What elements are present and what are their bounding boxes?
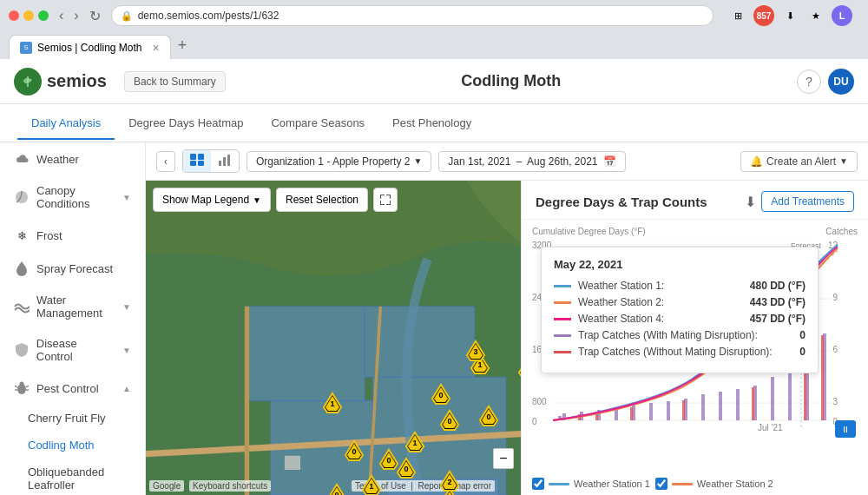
- sidebar-item-pest[interactable]: Pest Control ▲: [0, 372, 145, 405]
- svg-rect-11: [219, 161, 221, 166]
- trap-marker[interactable]: 1: [361, 474, 382, 495]
- svg-rect-10: [198, 161, 204, 166]
- trap-marker[interactable]: 0: [326, 483, 347, 495]
- tab-compare-seasons[interactable]: Compare Seasons: [257, 108, 378, 140]
- sidebar-sub-item-codling[interactable]: Codling Moth: [0, 432, 145, 459]
- tooltip-value-ws1: 480 DD (°F): [750, 280, 806, 292]
- svg-text:0: 0: [404, 465, 408, 473]
- tooltip-row-ws4: Weather Station 4: 457 DD (°F): [554, 313, 806, 325]
- tooltip-label-ws1: Weather Station 1:: [578, 280, 750, 292]
- snowflake-icon: ❄: [14, 228, 30, 243]
- app-container: semios Back to Summary Codling Moth ? DU…: [0, 59, 868, 495]
- svg-text:0: 0: [532, 417, 537, 426]
- minimize-dot[interactable]: [23, 10, 34, 21]
- help-button[interactable]: ?: [797, 69, 821, 94]
- svg-text:3: 3: [832, 397, 838, 406]
- extension-icon-2[interactable]: 857: [753, 5, 774, 26]
- legend-line-ws2: [672, 483, 693, 485]
- droplet-icon: [14, 261, 30, 276]
- sidebar-sub-item-oblique[interactable]: Obliquebanded Leafroller: [0, 459, 145, 495]
- calendar-icon: 📅: [603, 155, 616, 168]
- reset-selection-button[interactable]: Reset Selection: [276, 188, 368, 212]
- create-alert-button[interactable]: 🔔 Create an Alert ▼: [740, 151, 858, 172]
- sidebar-item-disease[interactable]: Disease Control ▼: [0, 328, 145, 372]
- tooltip-label-trap-with: Trap Catches (With Mating Disruption):: [578, 329, 799, 341]
- expand-map-button[interactable]: [373, 188, 398, 212]
- sidebar-item-spray[interactable]: Spray Forecast: [0, 252, 145, 285]
- trap-marker[interactable]: 0: [378, 448, 399, 469]
- tab-title: Semios | Codling Moth: [37, 42, 142, 54]
- address-bar[interactable]: 🔒 demo.semios.com/pests/1/632: [111, 5, 713, 26]
- chevron-down-icon-org: ▼: [413, 156, 422, 166]
- tab-close-icon[interactable]: ×: [153, 41, 160, 55]
- sidebar-item-weather[interactable]: Weather: [0, 142, 145, 175]
- back-browser-button[interactable]: ‹: [56, 6, 67, 25]
- trap-marker[interactable]: 2: [439, 470, 460, 491]
- sidebar-item-canopy[interactable]: Canopy Conditions ▼: [0, 175, 145, 219]
- svg-text:0: 0: [438, 391, 443, 399]
- trap-marker[interactable]: 1: [404, 431, 425, 452]
- svg-rect-85: [736, 389, 740, 420]
- svg-text:0: 0: [386, 456, 391, 465]
- svg-text:1: 1: [330, 399, 334, 408]
- main-content: Weather Canopy Conditions ▼ ❄ Frost Spra…: [0, 142, 868, 495]
- avatar[interactable]: DU: [828, 69, 854, 95]
- extension-icon-4[interactable]: ★: [806, 5, 826, 26]
- bell-icon: 🔔: [750, 155, 763, 168]
- user-profile-icon[interactable]: L: [832, 5, 852, 26]
- browser-tab[interactable]: S Semios | Codling Moth ×: [9, 35, 171, 59]
- back-to-summary-button[interactable]: Back to Summary: [124, 71, 226, 92]
- tab-favicon: S: [20, 42, 32, 54]
- legend-checkbox-ws2[interactable]: [655, 478, 667, 490]
- show-map-legend-button[interactable]: Show Map Legend ▼: [153, 188, 271, 212]
- new-tab-button[interactable]: +: [171, 36, 194, 55]
- sidebar-label-spray: Spray Forecast: [36, 262, 113, 275]
- tab-daily-analysis[interactable]: Daily Analysis: [17, 108, 115, 140]
- forward-browser-button[interactable]: ›: [70, 6, 82, 25]
- sidebar-item-water[interactable]: Water Management ▼: [0, 285, 145, 328]
- map-chart-container: Show Map Legend ▼ Reset Selection 1: [146, 181, 868, 495]
- chart-view-button[interactable]: [211, 150, 239, 172]
- add-treatments-button[interactable]: Add Treatments: [761, 191, 854, 212]
- tab-degree-days-heatmap[interactable]: Degree Days Heatmap: [115, 108, 257, 140]
- reload-browser-button[interactable]: ↻: [86, 6, 104, 26]
- extension-icon-3[interactable]: ⬇: [779, 5, 800, 26]
- tab-pest-phenology[interactable]: Pest Phenology: [378, 108, 485, 140]
- close-dot[interactable]: [9, 10, 19, 21]
- url-text: demo.semios.com/pests/1/632: [138, 10, 279, 22]
- pause-animation-button[interactable]: ⏸: [835, 420, 856, 438]
- trap-marker[interactable]: 1: [322, 392, 343, 412]
- date-range-picker[interactable]: Jan 1st, 2021 – Aug 26th, 2021 📅: [438, 151, 625, 172]
- svg-text:6: 6: [832, 345, 838, 354]
- legend-line-ws1: [549, 483, 569, 485]
- trap-marker[interactable]: 0: [344, 439, 365, 460]
- legend-item-ws2: Weather Station 2: [655, 478, 773, 490]
- tooltip-row-ws2: Weather Station 2: 443 DD (°F): [554, 296, 806, 308]
- maximize-dot[interactable]: [38, 10, 49, 21]
- zoom-out-button[interactable]: −: [493, 448, 514, 469]
- leaf-icon: [14, 189, 30, 205]
- legend-label-ws2: Weather Station 2: [697, 478, 773, 489]
- trap-marker[interactable]: 3: [465, 340, 486, 360]
- extension-icon-1[interactable]: ⊞: [727, 5, 748, 26]
- nav-prev-button[interactable]: ‹: [156, 151, 175, 172]
- sidebar-item-frost[interactable]: ❄ Frost: [0, 219, 145, 252]
- legend-checkbox-ws1[interactable]: [532, 478, 544, 490]
- chart-title: Degree Days & Trap Counts: [536, 195, 740, 209]
- trap-marker[interactable]: 1: [517, 357, 521, 378]
- download-chart-button[interactable]: ⬇: [740, 192, 761, 212]
- svg-text:1: 1: [412, 439, 417, 447]
- org-selector[interactable]: Organization 1 - Apple Property 2 ▼: [247, 151, 431, 172]
- org-selector-text: Organization 1 - Apple Property 2: [256, 155, 410, 168]
- trap-marker[interactable]: 0: [478, 405, 499, 426]
- ws4-color-line: [554, 318, 571, 320]
- tooltip-value-trap-with: 0: [799, 329, 806, 341]
- trap-marker[interactable]: 0: [431, 383, 451, 404]
- map-area[interactable]: Show Map Legend ▼ Reset Selection 1: [146, 181, 521, 495]
- chart-wrapper: Cumulative Degree Days (°F) Catches 3200…: [522, 220, 868, 472]
- sidebar-sub-item-cherry[interactable]: Cherry Fruit Fly: [0, 405, 145, 432]
- trap-marker[interactable]: 0: [439, 409, 460, 430]
- svg-rect-80: [649, 403, 653, 420]
- cloud-icon: [14, 151, 30, 167]
- map-view-button[interactable]: [183, 150, 211, 172]
